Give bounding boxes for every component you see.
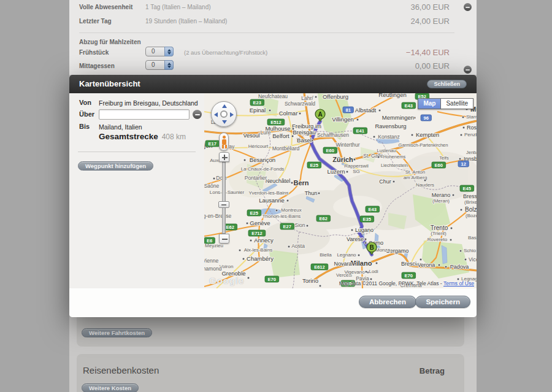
total-distance-value: 408 km: [162, 133, 186, 141]
map-city-label: (Brixen): [464, 199, 477, 205]
map-city-label: Thonon-les-Bains: [263, 213, 301, 219]
map-road-shield: E17: [209, 141, 217, 147]
map-city-label: Bressanone: [463, 193, 477, 199]
map-city-label: Verona: [418, 262, 435, 268]
map-city-label: Neuchâtel: [266, 178, 291, 184]
zoom-slider-track[interactable]: [222, 162, 226, 234]
remove-waypoint-icon[interactable]: [193, 110, 202, 119]
map-city-label: Montbéliard: [272, 145, 300, 152]
ueber-input[interactable]: [99, 109, 190, 120]
map-city-label: Lausanne: [259, 197, 285, 204]
kartenuebersicht-dialog: Kartenübersicht Schließen Von Freiburg i…: [69, 75, 477, 317]
close-button[interactable]: Schließen: [427, 80, 467, 88]
map-city-label: Lure: [260, 129, 270, 136]
map-city-label: Vicenza: [469, 256, 477, 263]
map-road-shield: 96: [424, 115, 429, 121]
map-road-shield: E62: [320, 216, 328, 221]
map-city-label: Bolzano: [465, 206, 477, 213]
map-city-label: Albstadt: [355, 107, 377, 113]
map-city-label: Aix-les-Bains: [244, 247, 273, 253]
map-city-label: (Bozen): [466, 213, 477, 218]
map-city-label: Reutlingen: [378, 93, 406, 98]
map-road-shield: E60: [326, 148, 334, 153]
pan-hand-icon[interactable]: [220, 110, 228, 118]
map-city-label: Bourg-en-Bresse: [204, 213, 231, 219]
pan-right-icon[interactable]: [230, 112, 234, 117]
map-city-label: SG: [353, 169, 360, 174]
map-road-shield: E25: [250, 210, 258, 216]
map-city-label: Chamond: [204, 266, 222, 272]
zoom-in-button[interactable]: [219, 152, 229, 162]
map-type-map-button[interactable]: Map: [418, 98, 440, 109]
map[interactable]: NeufchateauLahr/SchwarzwaldOffenburgReut…: [204, 93, 477, 288]
total-distance-label: Gesamtstrecke: [99, 132, 158, 141]
map-route-marker[interactable]: A: [318, 111, 322, 118]
map-road-shield: E62: [226, 225, 234, 230]
map-city-label: Konstanz: [378, 134, 399, 140]
map-city-label: Aosta: [291, 243, 305, 249]
map-city-label: Garmisch-Partenkirchen: [399, 142, 448, 148]
map-type-satellite-button[interactable]: Satellite: [440, 98, 473, 109]
bis-value: Mailand, Italien: [99, 123, 142, 131]
map-city-label: Basel: [297, 137, 312, 144]
map-city-label: Torino: [302, 277, 318, 284]
map-road-shield: E45: [463, 186, 471, 191]
divider: [78, 152, 196, 152]
map-road-shield: E25: [310, 163, 318, 168]
map-city-label: Yverdon-les-Bains: [249, 190, 289, 196]
map-city-label: Liechtenstein: [381, 163, 408, 168]
map-city-label: Offenburg: [323, 93, 348, 100]
street-view-pegman[interactable]: [219, 133, 229, 151]
map-city-label: Rovereto: [427, 237, 448, 242]
map-city-label: Winterthur: [335, 142, 359, 148]
add-waypoint-button[interactable]: Wegpunkt hinzufügen: [78, 161, 153, 171]
dialog-header[interactable]: Kartenübersicht Schließen: [69, 75, 477, 93]
map-route-marker[interactable]: B: [369, 244, 374, 251]
zoom-out-button[interactable]: [219, 234, 229, 244]
map-pan-control[interactable]: [211, 101, 237, 127]
map-road-shield: E712: [251, 231, 263, 236]
map-road-shield: E27: [283, 224, 291, 229]
map-canvas[interactable]: NeufchateauLahr/SchwarzwaldOffenburgReut…: [204, 93, 477, 288]
map-city-label: Starnberg: [466, 114, 477, 120]
map-city-label: Vienne: [204, 258, 218, 264]
map-city-label: Lugano: [355, 227, 374, 233]
zoom-slider-handle[interactable]: [218, 201, 229, 208]
map-city-label: Besançon: [250, 156, 275, 163]
save-button[interactable]: Speichern: [415, 296, 470, 308]
map-city-label: Lons-le-Saunier: [210, 190, 245, 195]
map-city-label: Nauders: [416, 182, 434, 188]
map-copyright: Map data ©2011 Google, PPWK, Tele Atlas …: [339, 280, 474, 286]
map-city-label: Bassano: [468, 235, 477, 240]
copyright-text: Map data ©2011 Google, PPWK, Tele Atlas …: [339, 280, 442, 286]
map-road-shield: E43: [369, 207, 377, 212]
map-city-label: Rapperswil: [344, 163, 369, 169]
screen: Volle Abwesenheit 1 Tag (Italien – Maila…: [0, 0, 552, 392]
pan-down-icon[interactable]: [222, 120, 227, 124]
map-city-label: Rosenheim: [467, 125, 477, 131]
map-city-label: Varese: [347, 236, 364, 242]
terms-of-use-link[interactable]: Terms of Use: [443, 280, 474, 286]
map-city-label: Montreux: [281, 207, 301, 213]
map-city-label: Breisgau: [293, 129, 316, 136]
pan-up-icon[interactable]: [222, 104, 227, 108]
map-city-label: Biella: [320, 252, 332, 258]
pan-left-icon[interactable]: [214, 112, 218, 117]
map-city-label: Ravensburg: [375, 123, 406, 129]
map-road-shield: E70: [268, 277, 276, 282]
map-city-label: Novara: [334, 261, 351, 267]
map-road-shield: E35: [363, 217, 371, 222]
map-city-label: (Trient): [431, 231, 447, 236]
map-city-label: Schaffhausen: [317, 132, 349, 138]
map-city-label: Annecy: [254, 237, 274, 244]
map-city-label: Epinal: [250, 107, 266, 113]
map-city-label: Merano: [432, 192, 451, 198]
map-road-shield: E41: [356, 128, 364, 134]
bis-label: Bis: [79, 123, 90, 130]
map-city-label: Colmar: [279, 110, 298, 117]
map-city-label: Neufchateau: [258, 93, 288, 99]
map-road-shield: E60: [435, 163, 443, 168]
cancel-button[interactable]: Abbrechen: [359, 296, 416, 308]
map-type-switcher: Map Satellite: [418, 98, 473, 109]
map-city-label: Schio: [464, 248, 477, 253]
